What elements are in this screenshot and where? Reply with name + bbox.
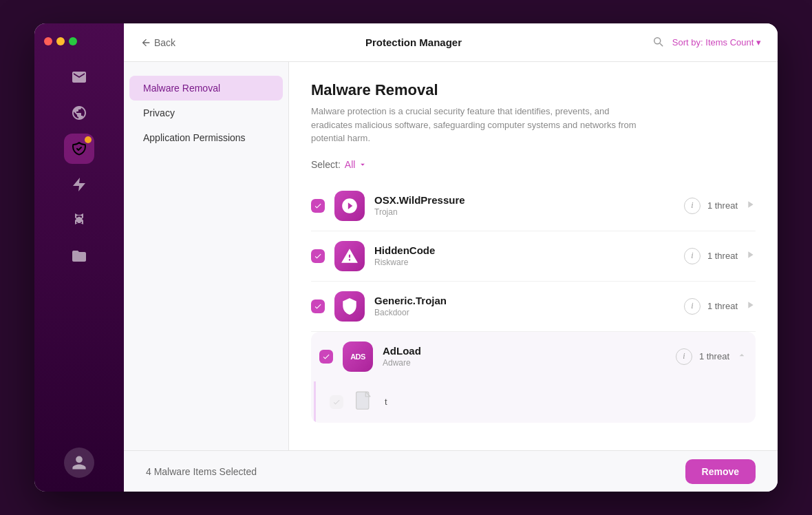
threat-meta-generic-trojan: i 1 threat (684, 298, 756, 315)
threat-item-hiddencode: HiddenCode Riskware i 1 threat (311, 231, 756, 282)
checkbox-adload[interactable] (319, 350, 333, 364)
checkbox-generic-trojan[interactable] (311, 299, 325, 313)
nav-item-malware-removal[interactable]: Malware Removal (129, 76, 283, 101)
threat-icon-adload: ADS (343, 341, 373, 372)
threat-info-hiddencode: HiddenCode Riskware (374, 244, 674, 267)
threat-count-generic-trojan: 1 threat (707, 301, 738, 311)
threat-info-osx-wildpressure: OSX.WildPressure Trojan (374, 194, 674, 217)
threat-type-hiddencode: Riskware (374, 258, 674, 267)
file-icon (353, 390, 375, 414)
threat-type-adload: Adware (383, 358, 666, 368)
content-area: Malware Removal Privacy Application Perm… (124, 62, 778, 450)
main-content: Back Protection Manager Sort by: Items C… (124, 23, 778, 492)
threat-item-adload-container: ADS AdLoad Adware i 1 threat (311, 332, 756, 423)
remove-button[interactable]: Remove (685, 459, 756, 484)
selected-count-label: 4 Malware Items Selected (146, 466, 257, 477)
left-panel: Malware Removal Privacy Application Perm… (124, 62, 289, 450)
threat-icon-hiddencode (334, 241, 365, 271)
info-button-adload[interactable]: i (676, 348, 692, 365)
threat-count-hiddencode: 1 threat (707, 251, 738, 261)
info-button-generic-trojan[interactable]: i (684, 298, 701, 315)
expand-button-generic-trojan[interactable] (745, 299, 756, 313)
page-title: Protection Manager (175, 36, 652, 48)
sidebar-item-apps[interactable] (64, 205, 94, 235)
sort-value[interactable]: Items Count ▾ (705, 37, 761, 48)
checkbox-hiddencode[interactable] (311, 249, 325, 263)
sort-by-label: Sort by: Items Count ▾ (672, 37, 761, 48)
nav-item-application-permissions[interactable]: Application Permissions (129, 125, 283, 150)
app-window: Back Protection Manager Sort by: Items C… (34, 23, 778, 492)
expand-button-hiddencode[interactable] (745, 249, 756, 263)
threat-name-adload: AdLoad (383, 345, 666, 357)
threat-type-osx-wildpressure: Trojan (374, 207, 674, 217)
select-row: Select: All (311, 159, 756, 170)
info-button-osx-wildpressure[interactable]: i (684, 198, 701, 214)
threat-meta-osx-wildpressure: i 1 threat (684, 198, 756, 214)
nav-item-privacy[interactable]: Privacy (129, 101, 283, 125)
minimize-button[interactable] (56, 37, 65, 45)
traffic-lights (34, 37, 77, 45)
notification-badge (85, 136, 92, 143)
threat-list: OSX.WildPressure Trojan i 1 threat (311, 181, 756, 423)
select-all-button[interactable]: All (345, 159, 368, 170)
threat-meta-hiddencode: i 1 threat (684, 248, 756, 264)
threat-type-generic-trojan: Backdoor (374, 308, 674, 317)
threat-item-osx-wildpressure: OSX.WildPressure Trojan i 1 threat (311, 181, 756, 231)
back-button[interactable]: Back (140, 37, 175, 48)
threat-item-generic-trojan: Generic.Trojan Backdoor i 1 threat (311, 282, 756, 332)
header-actions: Sort by: Items Count ▾ (652, 35, 761, 50)
threat-name-generic-trojan: Generic.Trojan (374, 295, 674, 306)
sidebar-item-globe[interactable] (64, 98, 94, 128)
section-title: Malware Removal (311, 81, 756, 99)
sidebar-item-protection[interactable] (64, 134, 94, 164)
threat-count-osx-wildpressure: 1 threat (707, 200, 738, 211)
threat-meta-adload: i 1 threat (676, 348, 747, 365)
select-label: Select: (311, 159, 341, 170)
back-label: Back (154, 37, 175, 48)
sidebar-item-performance[interactable] (64, 169, 94, 200)
sub-item-filename: t (385, 397, 387, 407)
threat-icon-osx-wildpressure (334, 191, 365, 221)
checkbox-osx-wildpressure[interactable] (311, 199, 325, 213)
threat-icon-generic-trojan (334, 291, 365, 322)
sub-item-adload: t (314, 381, 756, 423)
sidebar (34, 23, 124, 492)
expand-button-osx-wildpressure[interactable] (745, 199, 756, 213)
threat-item-adload: ADS AdLoad Adware i 1 threat (311, 332, 756, 381)
user-avatar[interactable] (64, 448, 94, 478)
threat-count-adload: 1 threat (699, 351, 729, 361)
threat-name-osx-wildpressure: OSX.WildPressure (374, 194, 674, 206)
footer: 4 Malware Items Selected Remove (124, 450, 778, 492)
threat-info-generic-trojan: Generic.Trojan Backdoor (374, 295, 674, 317)
sidebar-item-files[interactable] (64, 241, 94, 271)
maximize-button[interactable] (69, 37, 77, 45)
sidebar-item-inbox[interactable] (64, 62, 94, 92)
section-description: Malware protection is a crucial security… (311, 105, 641, 145)
header: Back Protection Manager Sort by: Items C… (124, 23, 778, 62)
sidebar-bottom (64, 448, 94, 478)
threat-info-adload: AdLoad Adware (383, 345, 666, 368)
checkbox-subitem-adload[interactable] (330, 395, 343, 409)
close-button[interactable] (44, 37, 52, 45)
svg-rect-0 (356, 392, 369, 409)
info-button-hiddencode[interactable]: i (684, 248, 701, 264)
collapse-button-adload[interactable] (736, 350, 747, 364)
right-panel: Malware Removal Malware protection is a … (289, 62, 778, 450)
search-button[interactable] (652, 35, 664, 50)
threat-name-hiddencode: HiddenCode (374, 244, 674, 256)
